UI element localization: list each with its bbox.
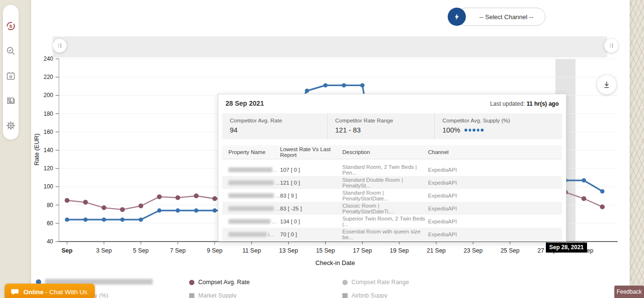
svg-text:Sep: Sep xyxy=(62,247,73,254)
table-row: ..107 [ 0 ]Standard Room, 2 Twin Beds | … xyxy=(222,163,562,176)
legend-label: Market Supply xyxy=(198,292,237,298)
svg-text:25 Sep: 25 Sep xyxy=(500,247,520,254)
svg-text:180: 180 xyxy=(44,110,53,117)
x-axis-date-tooltip: Sep 28, 2021 xyxy=(546,243,587,253)
x-axis-ticks: Sep3 Sep5 Sep7 Sep9 Sep11 Sep13 Sep15 Se… xyxy=(62,242,594,254)
lowest-rate-cell: 121 [ 0 ] xyxy=(280,180,342,186)
table-row: ...121 [ 0 ]Standard Double Room | Penal… xyxy=(222,176,562,189)
legend-item-compset-avg-rate[interactable]: Compset Avg. Rate xyxy=(189,279,249,286)
description-cell: Standard Room, 2 Twin Beds | Pen... xyxy=(342,164,428,176)
channel-cell: ExpediaAPI xyxy=(428,180,562,186)
property-name-redacted: ... xyxy=(222,206,280,211)
range-slider-handle-right[interactable] xyxy=(604,39,618,53)
description-cell: Superior Twin Room, 2 Twin Beds |... xyxy=(342,216,428,227)
y-axis-title: Rate (EUR) xyxy=(33,128,40,172)
tooltip-table: Property Name Lowest Rate Vs Last Report… xyxy=(222,145,562,241)
svg-text:19 Sep: 19 Sep xyxy=(390,247,409,254)
property-name-redacted: ... xyxy=(222,219,280,224)
channel-cell: ExpediaAPI xyxy=(428,232,562,237)
legend-square-icon xyxy=(189,293,194,298)
svg-text:9 Sep: 9 Sep xyxy=(207,247,223,254)
table-row: ...134 [ 0 ]Superior Twin Room, 2 Twin B… xyxy=(222,215,562,228)
reports-news-icon[interactable] xyxy=(6,96,16,106)
search-check-icon[interactable] xyxy=(6,46,16,56)
range-slider-handle-left[interactable] xyxy=(53,39,67,53)
chat-label: Online - Chat With Us xyxy=(23,288,88,296)
tooltip-table-header: Property Name Lowest Rate Vs Last Report… xyxy=(222,145,562,159)
y-axis-ticks: 406080100120140160180200220240 xyxy=(44,55,59,245)
property-name-redacted: ... xyxy=(222,193,280,199)
legend-label: Compset Rate Range xyxy=(351,279,409,286)
lowest-rate-cell: 134 [ 0 ] xyxy=(280,219,342,224)
legend-square-icon xyxy=(342,293,348,298)
svg-text:21 Sep: 21 Sep xyxy=(427,247,446,254)
redacted-block xyxy=(228,193,274,198)
channel-cell: ExpediaAPI xyxy=(428,167,562,173)
date-detail-tooltip: 28 Sep 2021 Last updated: 11 hr(s) ago C… xyxy=(218,94,566,242)
app-sidebar: $ xyxy=(3,5,19,140)
svg-text:200: 200 xyxy=(44,92,53,99)
stat-competitor-avg-supply: Competitor Avg. Supply (%) 100% xyxy=(434,113,562,139)
feedback-button[interactable]: Feedback xyxy=(614,286,644,298)
settings-gear-icon[interactable] xyxy=(6,121,16,131)
stat-competitor-avg-rate: Competitor Avg. Rate 94 xyxy=(222,113,327,139)
svg-text:15 Sep: 15 Sep xyxy=(316,247,335,254)
description-cell: Standard Room | PenaltyStartDate... xyxy=(342,190,428,201)
download-chart-button[interactable] xyxy=(597,75,616,94)
svg-text:240: 240 xyxy=(44,55,53,62)
legend-label: Airbnb Suppy xyxy=(351,292,387,298)
channel-cell: ExpediaAPI xyxy=(428,193,562,199)
lowest-rate-cell: 70 [ 0 ] xyxy=(280,232,342,237)
legend-item-airbnb-suppy[interactable]: Airbnb Suppy xyxy=(342,292,387,298)
property-name-redacted: ... xyxy=(222,180,280,186)
legend-dot-icon xyxy=(342,280,348,285)
tooltip-last-updated: Last updated: 11 hr(s) ago xyxy=(490,100,559,107)
svg-text:100: 100 xyxy=(44,183,53,190)
redacted-block xyxy=(228,232,267,237)
svg-text:80: 80 xyxy=(47,202,54,209)
chart-legend: Compset Avg. RateCompset Rate Rangey (%)… xyxy=(31,276,630,298)
svg-text:160: 160 xyxy=(44,129,53,135)
channel-cell: ExpediaAPI xyxy=(428,206,562,211)
svg-text:13 Sep: 13 Sep xyxy=(279,247,298,254)
svg-text:$: $ xyxy=(10,23,12,29)
table-row: ...83 [ -25 ]Classic Room | PenaltyStart… xyxy=(222,202,562,215)
legend-item-market-supply[interactable]: Market Supply xyxy=(189,292,237,298)
chat-with-us-button[interactable]: Online - Chat With Us xyxy=(5,284,95,298)
svg-text:11 Sep: 11 Sep xyxy=(242,247,261,254)
svg-text:140: 140 xyxy=(44,147,53,154)
rate-currency-sync-icon[interactable]: $ xyxy=(6,21,16,31)
lightning-icon xyxy=(448,8,466,26)
supply-dots xyxy=(464,129,484,132)
calendar-events-icon[interactable] xyxy=(6,71,16,81)
legend-dot-icon xyxy=(189,280,194,285)
channel-cell: ExpediaAPI xyxy=(428,219,562,224)
property-name-redacted: i... xyxy=(222,232,280,237)
channel-selector[interactable]: -- Select Channel -- xyxy=(448,8,545,26)
svg-text:60: 60 xyxy=(47,220,54,227)
table-row: ...83 [ 9 ]Standard Room | PenaltyStartD… xyxy=(222,189,562,202)
tooltip-stats: Competitor Avg. Rate 94 Competitor Rate … xyxy=(222,113,562,139)
download-icon xyxy=(602,80,611,89)
description-cell: Standard Double Room | PenaltySt... xyxy=(342,177,428,188)
svg-text:23 Sep: 23 Sep xyxy=(463,247,483,254)
lowest-rate-cell: 107 [ 0 ] xyxy=(280,167,342,173)
svg-text:220: 220 xyxy=(44,74,53,80)
lowest-rate-cell: 83 [ -25 ] xyxy=(280,206,342,211)
channel-selector-label[interactable]: -- Select Channel -- xyxy=(457,8,545,26)
redacted-block xyxy=(228,219,271,224)
svg-text:17 Sep: 17 Sep xyxy=(353,247,372,254)
legend-label: y (%) xyxy=(94,292,108,298)
svg-text:7 Sep: 7 Sep xyxy=(170,247,186,254)
svg-text:40: 40 xyxy=(47,238,54,245)
legend-item-compset-rate-range[interactable]: Compset Rate Range xyxy=(342,279,409,286)
x-axis-title: Check-in Date xyxy=(287,259,383,266)
redacted-block xyxy=(228,206,274,211)
svg-text:5 Sep: 5 Sep xyxy=(133,247,149,254)
redacted-block xyxy=(228,180,274,185)
svg-text:3 Sep: 3 Sep xyxy=(96,247,112,254)
redacted-block xyxy=(228,167,272,172)
legend-label: Compset Avg. Rate xyxy=(198,279,249,286)
chat-bubble-icon xyxy=(11,287,19,296)
lowest-rate-cell: 83 [ 9 ] xyxy=(280,193,342,199)
